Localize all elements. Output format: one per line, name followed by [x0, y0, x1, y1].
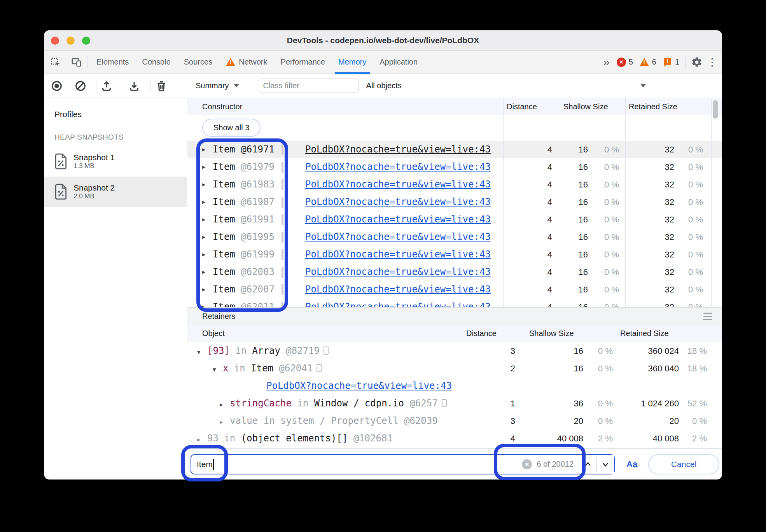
- column-header-retained-size[interactable]: Retained Size: [625, 102, 711, 111]
- error-icon: ✕: [617, 58, 626, 67]
- zoom-window-button[interactable]: [82, 37, 90, 45]
- column-header-distance[interactable]: Distance: [503, 102, 560, 111]
- source-link[interactable]: PoLdbOX?nocache=true&view=live:43: [305, 228, 491, 246]
- snapshot-size: 2.0 MB: [73, 192, 115, 200]
- match-case-toggle[interactable]: Aa: [626, 459, 637, 469]
- expander-icon[interactable]: ▶: [202, 211, 205, 228]
- expander-icon[interactable]: ▼: [197, 349, 200, 355]
- constructor-row[interactable]: ▶ Item @62011 PoLdbOX?nocache=true&view=…: [187, 298, 722, 307]
- constructor-row[interactable]: ▶ Item @61979 PoLdbOX?nocache=true&view=…: [187, 158, 722, 176]
- retainer-row[interactable]: ▼ x in Item @62041 2 160 % 360 04018 %: [187, 360, 722, 377]
- constructor-row[interactable]: ▶ Item @62007 PoLdbOX?nocache=true&view=…: [187, 281, 722, 298]
- retainer-link-row: PoLdbOX?nocache=true&view=live:43: [187, 377, 722, 395]
- chevron-down-icon: [234, 84, 239, 88]
- error-badge[interactable]: ✕ 5: [615, 58, 635, 67]
- tab-console[interactable]: Console: [135, 51, 177, 74]
- retainer-row[interactable]: ▼ [93] in Array @82719 3 160 % 360 02418…: [187, 342, 722, 360]
- expander-icon[interactable]: ▶: [197, 436, 200, 443]
- device-toolbar-button[interactable]: [68, 54, 85, 71]
- inspect-cursor-icon: [51, 57, 61, 67]
- close-window-button[interactable]: [51, 37, 59, 45]
- source-link[interactable]: PoLdbOX?nocache=true&view=live:43: [305, 246, 491, 263]
- tab-sources[interactable]: Sources: [177, 51, 219, 74]
- expander-icon[interactable]: ▶: [202, 246, 205, 263]
- retainer-row[interactable]: ▶ 93 in (object elements)[] @102681 4 40…: [187, 430, 722, 447]
- clear-profiles-button[interactable]: [72, 77, 89, 94]
- inspect-element-button[interactable]: [47, 54, 64, 71]
- expander-icon[interactable]: ▼: [213, 366, 216, 373]
- hamburger-menu-icon[interactable]: [703, 313, 712, 320]
- expander-icon[interactable]: ▶: [220, 401, 223, 408]
- constructor-row[interactable]: ▶ Item @61999 PoLdbOX?nocache=true&view=…: [187, 246, 722, 263]
- source-link[interactable]: PoLdbOX?nocache=true&view=live:43: [305, 193, 491, 211]
- column-header-retained-size[interactable]: Retained Size: [617, 329, 722, 338]
- source-link[interactable]: PoLdbOX?nocache=true&view=live:43: [305, 176, 491, 193]
- expander-icon[interactable]: ▶: [202, 141, 205, 158]
- constructor-row[interactable]: ▶ Item @61991 PoLdbOX?nocache=true&view=…: [187, 211, 722, 228]
- expander-icon[interactable]: ▶: [202, 298, 205, 307]
- record-heap-button[interactable]: [48, 77, 65, 94]
- snapshot-file-icon: [54, 184, 68, 200]
- objects-filter-select[interactable]: All objects: [366, 81, 722, 90]
- vertical-scrollbar-thumb[interactable]: [713, 100, 718, 119]
- devtools-window: DevTools - codepen.io/web-dot-dev/live/P…: [44, 30, 722, 480]
- tab-elements[interactable]: Elements: [90, 51, 135, 74]
- device-toolbar-icon: [71, 57, 82, 67]
- warning-badge[interactable]: ! 6: [638, 58, 658, 66]
- object-box-icon: [442, 399, 447, 407]
- item-marker-bar: [282, 162, 283, 173]
- minimize-window-button[interactable]: [66, 37, 75, 45]
- expander-icon[interactable]: ▶: [202, 176, 205, 193]
- next-match-button[interactable]: [597, 455, 614, 474]
- more-tabs-icon[interactable]: »: [600, 56, 613, 68]
- kebab-menu-icon[interactable]: ⋮: [705, 56, 722, 68]
- delete-profile-button[interactable]: [153, 77, 170, 94]
- retainer-row[interactable]: ▶ stringCache in Window / cdpn.io @6257 …: [187, 395, 722, 412]
- save-profile-button[interactable]: [126, 77, 143, 94]
- show-all-button[interactable]: Show all 3: [202, 119, 261, 137]
- expander-icon[interactable]: ▶: [202, 158, 205, 176]
- source-link[interactable]: PoLdbOX?nocache=true&view=live:43: [305, 158, 491, 176]
- column-header-distance[interactable]: Distance: [463, 329, 526, 338]
- sidebar-item-snapshot-1[interactable]: Snapshot 1 1.3 MB: [44, 146, 187, 177]
- source-link[interactable]: PoLdbOX?nocache=true&view=live:43: [266, 377, 452, 395]
- error-count: 5: [629, 58, 633, 66]
- source-link[interactable]: PoLdbOX?nocache=true&view=live:43: [305, 141, 491, 158]
- source-link[interactable]: PoLdbOX?nocache=true&view=live:43: [305, 263, 491, 281]
- expander-icon[interactable]: ▶: [202, 193, 205, 211]
- source-link[interactable]: PoLdbOX?nocache=true&view=live:43: [305, 281, 491, 298]
- constructor-row[interactable]: ▶ Item @61987 PoLdbOX?nocache=true&view=…: [187, 193, 722, 211]
- class-filter-input[interactable]: [258, 79, 359, 93]
- constructor-row[interactable]: ▶ Item @61983 PoLdbOX?nocache=true&view=…: [187, 176, 722, 193]
- tab-application[interactable]: Application: [373, 51, 424, 74]
- source-link[interactable]: PoLdbOX?nocache=true&view=live:43: [305, 211, 491, 228]
- column-header-object[interactable]: Object: [187, 329, 463, 338]
- object-name: Item @61983: [213, 176, 275, 193]
- expander-icon[interactable]: ▶: [202, 228, 205, 246]
- tab-network[interactable]: ! Network: [219, 51, 274, 74]
- load-profile-button[interactable]: [98, 77, 115, 94]
- constructor-row[interactable]: ▶ Item @62003 PoLdbOX?nocache=true&view=…: [187, 263, 722, 281]
- column-header-shallow-size[interactable]: Shallow Size: [560, 102, 625, 111]
- perspective-select[interactable]: Summary: [196, 81, 239, 90]
- settings-button[interactable]: [688, 54, 705, 71]
- expander-icon[interactable]: ▶: [202, 281, 205, 298]
- find-input[interactable]: Item: [191, 459, 214, 470]
- constructor-row[interactable]: ▶ Item @61995 PoLdbOX?nocache=true&view=…: [187, 228, 722, 246]
- tab-memory[interactable]: Memory: [332, 51, 373, 74]
- sidebar-item-snapshot-2[interactable]: Snapshot 2 2.0 MB: [44, 177, 187, 207]
- previous-match-button[interactable]: [579, 455, 596, 474]
- constructor-row[interactable]: ▶ Item @61971 PoLdbOX?nocache=true&view=…: [187, 141, 722, 158]
- issues-badge[interactable]: ! 1: [661, 58, 681, 67]
- source-link[interactable]: PoLdbOX?nocache=true&view=live:43: [305, 298, 491, 307]
- clear-search-icon[interactable]: ✕: [522, 459, 532, 469]
- column-header-constructor[interactable]: Constructor: [187, 102, 503, 111]
- retainer-row[interactable]: ▶ value in system / PropertyCell @62039 …: [187, 412, 722, 430]
- expander-icon[interactable]: ▶: [202, 263, 205, 281]
- column-header-shallow-size[interactable]: Shallow Size: [526, 329, 617, 338]
- upload-icon: [101, 80, 112, 92]
- cancel-button[interactable]: Cancel: [648, 454, 719, 474]
- tab-performance[interactable]: Performance: [274, 51, 332, 74]
- retainers-table-header: Object Distance Shallow Size Retained Si…: [187, 325, 722, 342]
- expander-icon[interactable]: ▶: [220, 419, 223, 425]
